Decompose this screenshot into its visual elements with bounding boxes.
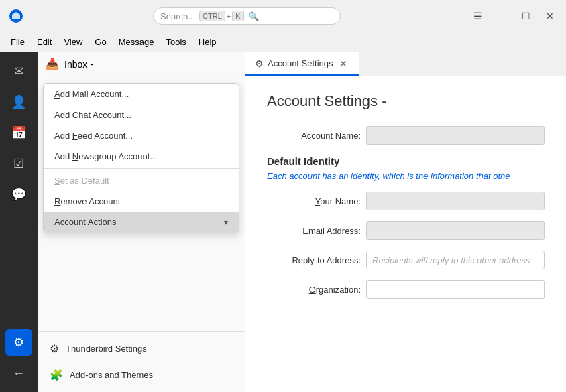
organization-row: Organization: [267, 280, 545, 299]
addons-item[interactable]: 🧩 Add-ons and Themes [43, 363, 239, 387]
addons-label: Add-ons and Themes [70, 370, 153, 380]
thunderbird-settings-label: Thunderbird Settings [66, 344, 147, 354]
email-label: Email Address: [267, 226, 361, 236]
right-panel: ⚙ Account Settings ✕ Account Settings - … [245, 52, 566, 392]
maximize-button[interactable]: ☐ [518, 8, 534, 24]
inbox-label: Inbox - [64, 59, 93, 70]
default-identity-section: Default Identity Each account has an ide… [267, 155, 545, 181]
icon-sidebar: ✉ 👤 📅 ☑ 💬 ⚙ ← [0, 52, 38, 392]
organization-input[interactable] [366, 280, 545, 299]
menu-tools[interactable]: Tools [160, 35, 191, 49]
account-name-label: Account Name: [267, 131, 361, 141]
default-identity-desc: Each account has an identity, which is t… [267, 171, 545, 181]
search-icon[interactable]: 🔍 [248, 11, 259, 21]
dropdown-menu: Add Mail Account... Add Chat Account... … [43, 83, 239, 233]
your-name-row: Your Name: [267, 192, 545, 210]
menu-message[interactable]: Message [113, 35, 160, 49]
dropdown-separator-1 [44, 168, 239, 169]
tab-settings-icon: ⚙ [255, 58, 264, 69]
reply-to-input[interactable] [366, 251, 545, 269]
addons-icon: 🧩 [50, 369, 63, 381]
settings-items: ⚙ Thunderbird Settings 🧩 Add-ons and The… [38, 331, 245, 392]
your-name-input[interactable] [366, 192, 545, 210]
account-actions-button[interactable]: Account Actions ▾ [44, 212, 239, 233]
add-chat-account-item[interactable]: Add Chat Account... [44, 105, 239, 125]
account-name-row: Account Name: [267, 126, 545, 145]
page-title: Account Settings - [267, 92, 545, 110]
add-newsgroup-account-item[interactable]: Add Newsgroup Account... [44, 146, 239, 167]
hamburger-button[interactable]: ☰ [469, 8, 486, 24]
reply-to-label: Reply-to Address: [267, 255, 361, 265]
sidebar-item-tasks[interactable]: ☑ [5, 150, 32, 177]
account-name-input[interactable] [366, 126, 545, 145]
sidebar-item-settings[interactable]: ⚙ [5, 329, 32, 356]
email-row: Email Address: [267, 221, 545, 240]
account-actions-arrow: ▾ [224, 218, 228, 227]
sidebar-item-chat[interactable]: 💬 [5, 181, 32, 208]
minimize-button[interactable]: — [494, 8, 510, 24]
tab-bar: ⚙ Account Settings ✕ [245, 52, 566, 76]
add-feed-account-item[interactable]: Add Feed Account... [44, 125, 239, 146]
default-identity-title: Default Identity [267, 155, 545, 167]
title-bar-controls: ☰ — ☐ ✕ [469, 8, 558, 24]
remove-account-item[interactable]: Remove Account [44, 191, 239, 212]
close-button[interactable]: ✕ [542, 8, 558, 24]
account-settings-tab[interactable]: ⚙ Account Settings ✕ [245, 52, 359, 76]
account-actions-label: Account Actions [54, 217, 117, 227]
inbox-bar: 📥 Inbox - [38, 52, 245, 76]
search-placeholder-text: Search... [160, 11, 195, 21]
thunderbird-settings-icon: ⚙ [50, 342, 59, 355]
menu-bar: File Edit View Go Message Tools Help [0, 32, 566, 52]
organization-label: Organization: [267, 285, 361, 295]
k-key: K [232, 11, 243, 21]
add-mail-account-item[interactable]: Add Mail Account... [44, 84, 239, 105]
sidebar-item-contacts[interactable]: 👤 [5, 88, 32, 115]
content-area: Account Settings - Account Name: Default… [245, 76, 566, 392]
your-name-label: Your Name: [267, 196, 361, 206]
main-layout: ✉ 👤 📅 ☑ 💬 ⚙ ← 📥 Inbox - Add Mail Account… [0, 52, 566, 392]
email-input[interactable] [366, 221, 545, 240]
menu-edit[interactable]: Edit [32, 35, 57, 49]
sidebar-item-back[interactable]: ← [5, 360, 32, 387]
left-panel: 📥 Inbox - Add Mail Account... Add Chat A… [38, 52, 245, 392]
tab-label: Account Settings [268, 58, 333, 68]
tab-close-button[interactable]: ✕ [337, 58, 349, 70]
inbox-icon: 📥 [46, 58, 59, 70]
title-bar: Search... CTRL + K 🔍 ☰ — ☐ ✕ [0, 0, 566, 32]
menu-go[interactable]: Go [89, 35, 111, 49]
set-default-item: Set as Default [44, 170, 239, 191]
thunderbird-settings-item[interactable]: ⚙ Thunderbird Settings [43, 337, 239, 361]
sidebar-item-mail[interactable]: ✉ [5, 58, 32, 84]
sidebar-item-calendar[interactable]: 📅 [5, 119, 32, 146]
search-shortcut: CTRL + K [199, 11, 244, 21]
plus-sign: + [227, 12, 231, 20]
reply-to-row: Reply-to Address: [267, 251, 545, 269]
app-icon [8, 8, 24, 24]
search-bar[interactable]: Search... CTRL + K 🔍 [153, 7, 341, 25]
title-bar-left [8, 8, 24, 24]
menu-help[interactable]: Help [193, 35, 222, 49]
menu-view[interactable]: View [58, 35, 88, 49]
ctrl-key: CTRL [199, 11, 225, 21]
menu-file[interactable]: File [5, 35, 30, 49]
